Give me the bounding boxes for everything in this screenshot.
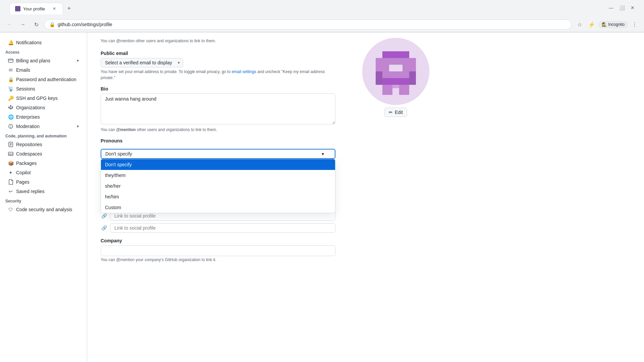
sidebar-item-packages[interactable]: 📦 Packages bbox=[3, 159, 84, 168]
avatar-graphic bbox=[362, 38, 429, 105]
email-select[interactable]: Select a verified email to display bbox=[101, 58, 183, 67]
sidebar-item-code-security[interactable]: 🛡 Code security and analysis bbox=[3, 205, 84, 214]
email-settings-link[interactable]: email settings bbox=[232, 69, 256, 74]
svg-rect-2 bbox=[8, 107, 10, 108]
incognito-label: Incognito bbox=[608, 22, 625, 27]
pencil-icon: ✏ bbox=[389, 110, 393, 115]
active-tab[interactable]: Your profile ✕ bbox=[9, 3, 63, 14]
pronouns-option-she-her[interactable]: she/her bbox=[101, 181, 335, 191]
pronouns-option-dont-specify[interactable]: Don't specify bbox=[101, 159, 335, 170]
bell-icon: 🔔 bbox=[8, 40, 13, 45]
moderation-label: Moderation bbox=[16, 124, 40, 129]
avatar-container bbox=[362, 38, 429, 105]
pronouns-option-custom[interactable]: Custom bbox=[101, 202, 335, 213]
moderation-icon bbox=[8, 124, 13, 129]
sidebar-item-ssh[interactable]: 🔑 SSH and GPG keys bbox=[3, 94, 84, 103]
pronouns-select-display[interactable]: Don't specify ▾ bbox=[101, 149, 335, 159]
incognito-badge: 🕵 Incognito bbox=[598, 21, 628, 28]
svg-rect-23 bbox=[376, 65, 389, 71]
sidebar-item-copilot[interactable]: ✦ Copilot bbox=[3, 168, 84, 177]
sidebar-item-saved-replies[interactable]: ↩ Saved replies bbox=[3, 187, 84, 196]
svg-rect-26 bbox=[382, 78, 409, 85]
sidebar-item-sessions[interactable]: 📡 Sessions bbox=[3, 84, 84, 94]
pronouns-option-they-them[interactable]: they/them bbox=[101, 170, 335, 181]
sidebar-item-enterprises[interactable]: 🌐 Enterprises bbox=[3, 112, 84, 122]
copilot-label: Copilot bbox=[16, 170, 31, 175]
back-button[interactable]: ← bbox=[4, 19, 15, 30]
svg-rect-22 bbox=[376, 58, 416, 65]
reload-button[interactable]: ↻ bbox=[31, 19, 42, 30]
billing-label: Billing and plans bbox=[16, 58, 50, 63]
main-content: You can @mention other users and organiz… bbox=[87, 33, 349, 362]
sidebar-item-notifications[interactable]: 🔔 Notifications bbox=[3, 38, 84, 47]
sidebar-item-emails[interactable]: ✉ Emails bbox=[3, 65, 84, 75]
billing-icon bbox=[8, 58, 13, 63]
link-icon-4: 🔗 bbox=[101, 225, 107, 231]
password-label: Password and authentication bbox=[16, 77, 76, 82]
pronouns-selected-value: Don't specify bbox=[105, 151, 132, 157]
shield-icon: 🛡 bbox=[8, 207, 13, 212]
url-display: github.com/settings/profile bbox=[58, 22, 567, 27]
minimize-button[interactable]: — bbox=[606, 3, 616, 12]
more-button[interactable]: ⋮ bbox=[629, 19, 640, 30]
incognito-icon: 🕵 bbox=[602, 22, 607, 27]
svg-rect-24 bbox=[402, 65, 416, 71]
browser-titlebar: Your profile ✕ + — ⬜ ✕ bbox=[0, 0, 644, 17]
link-icon-3: 🔗 bbox=[101, 213, 107, 219]
tab-title: Your profile bbox=[23, 6, 45, 11]
forward-button[interactable]: → bbox=[17, 19, 28, 30]
bookmark-button[interactable]: ☆ bbox=[574, 19, 585, 30]
sessions-icon: 📡 bbox=[8, 86, 13, 92]
page-layout: 🔔 Notifications Access Billing and plans… bbox=[0, 33, 644, 362]
access-section-label: Access bbox=[0, 47, 87, 56]
bio-input[interactable]: Just wanna hang around bbox=[101, 94, 335, 124]
company-input[interactable] bbox=[101, 245, 335, 256]
pronouns-select-wrapper: Don't specify ▾ Don't specify they/them … bbox=[101, 149, 335, 159]
edit-avatar-button[interactable]: ✏ Edit bbox=[384, 108, 407, 117]
notifications-label: Notifications bbox=[16, 40, 42, 45]
org-icon bbox=[8, 105, 13, 110]
packages-icon: 📦 bbox=[8, 161, 13, 166]
sidebar-item-pages[interactable]: Pages bbox=[3, 177, 84, 187]
maximize-button[interactable]: ⬜ bbox=[617, 3, 627, 12]
sessions-label: Sessions bbox=[16, 86, 35, 92]
sidebar-item-codespaces[interactable]: Codespaces bbox=[3, 149, 84, 159]
bio-hint: You can @mention other users and organiz… bbox=[101, 127, 335, 133]
pronouns-label: Pronouns bbox=[101, 138, 335, 143]
svg-rect-29 bbox=[382, 85, 392, 95]
new-tab-button[interactable]: + bbox=[64, 4, 74, 13]
sidebar-item-repositories[interactable]: Repositories bbox=[3, 140, 84, 149]
pages-label: Pages bbox=[16, 179, 30, 185]
enterprises-label: Enterprises bbox=[16, 114, 40, 120]
codespaces-label: Codespaces bbox=[16, 151, 42, 157]
extensions-button[interactable]: ⚡ bbox=[586, 19, 597, 30]
svg-rect-3 bbox=[10, 105, 11, 107]
top-hint: You can @mention other users and organiz… bbox=[101, 38, 335, 44]
code-security-label: Code security and analysis bbox=[16, 207, 72, 212]
svg-rect-31 bbox=[392, 85, 399, 88]
tab-close-button[interactable]: ✕ bbox=[51, 6, 57, 12]
browser-toolbar: ← → ↻ 🔒 github.com/settings/profile ☆ ⚡ … bbox=[0, 17, 644, 32]
organizations-label: Organizations bbox=[16, 105, 45, 110]
company-hint: You can @mention your company's GitHub o… bbox=[101, 257, 335, 262]
svg-rect-0 bbox=[8, 59, 13, 62]
svg-point-13 bbox=[11, 127, 11, 128]
sidebar-item-password[interactable]: 🔒 Password and authentication bbox=[3, 75, 84, 84]
enterprise-icon: 🌐 bbox=[8, 114, 13, 120]
address-bar[interactable]: 🔒 github.com/settings/profile bbox=[44, 19, 572, 29]
sidebar-item-billing[interactable]: Billing and plans ▾ bbox=[3, 56, 84, 65]
social-input-4[interactable] bbox=[110, 223, 335, 233]
security-section-label: Security bbox=[0, 196, 87, 205]
copilot-icon: ✦ bbox=[8, 170, 13, 175]
svg-rect-30 bbox=[399, 85, 409, 95]
svg-rect-27 bbox=[376, 71, 382, 85]
tab-bar: Your profile ✕ + — ⬜ ✕ bbox=[7, 3, 640, 14]
sidebar-item-organizations[interactable]: Organizations bbox=[3, 103, 84, 112]
close-window-button[interactable]: ✕ bbox=[628, 3, 637, 12]
key-icon: 🔑 bbox=[8, 96, 13, 101]
sidebar-item-moderation[interactable]: Moderation ▾ bbox=[3, 122, 84, 131]
profile-image-area: ✏ Edit bbox=[349, 33, 443, 362]
svg-rect-4 bbox=[12, 107, 13, 108]
billing-chevron: ▾ bbox=[77, 58, 79, 63]
pronouns-option-he-him[interactable]: he/him bbox=[101, 191, 335, 202]
